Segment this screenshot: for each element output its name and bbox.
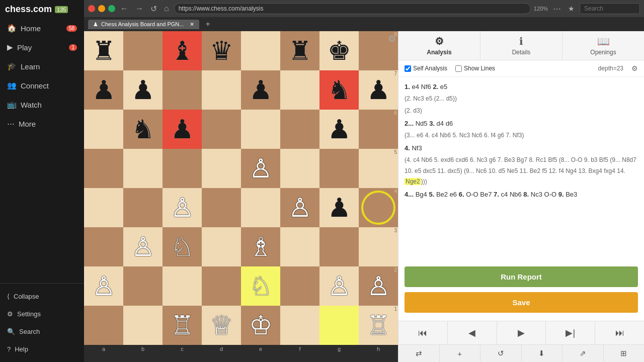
square-a5[interactable] [84,149,123,188]
square-h7[interactable]: ♟7 [359,70,398,110]
square-g1[interactable] [319,306,359,345]
square-g4[interactable]: ♟ [319,188,359,227]
nav-last-button[interactable]: ⏭ [595,321,644,344]
square-d4[interactable] [202,188,241,227]
square-c8[interactable]: ♝ [163,31,202,70]
square-d2[interactable] [202,266,241,306]
square-f4[interactable]: ♙ [280,188,319,227]
tab-details[interactable]: ℹ Details [480,31,562,60]
square-g2[interactable]: ♙ [319,266,359,306]
square-c5[interactable] [163,149,202,188]
square-b4[interactable] [123,188,163,227]
square-g8[interactable]: ♚ [319,31,359,70]
square-a8[interactable]: ♜ [84,31,123,70]
browser-search-input[interactable] [580,3,640,14]
square-d7[interactable] [202,70,241,110]
square-e1[interactable]: ♔ [241,306,280,345]
menu-button[interactable]: ⋯ [553,4,561,14]
sidebar-item-learn[interactable]: 🎓 Learn [0,57,84,76]
flip-board-button[interactable]: ⇄ [398,345,440,362]
square-h6[interactable]: 6 [359,110,398,149]
run-report-button[interactable]: Run Report [405,266,638,287]
tab-analysis[interactable]: ⚙ Analysis [398,31,480,60]
square-f8[interactable]: ♜ [280,31,319,70]
square-b1[interactable] [123,306,163,345]
square-d8[interactable]: ♛ [202,31,241,70]
reset-button[interactable]: ↺ [480,345,522,362]
square-h3[interactable]: 3 [359,227,398,266]
square-a1[interactable] [84,306,123,345]
square-h2[interactable]: ♙2 [359,266,398,306]
window-close-button[interactable] [88,5,95,12]
square-f3[interactable] [280,227,319,266]
square-g3[interactable] [319,227,359,266]
nav-prev-button[interactable]: ◀ [448,321,497,344]
menu-tool-button[interactable]: ⊞ [604,345,645,362]
home-browser-button[interactable]: ⌂ [164,4,169,13]
square-a2[interactable]: ♙ [84,266,123,306]
square-a4[interactable] [84,188,123,227]
browser-tab-analysis[interactable]: ♟ Chess Analysis Board and PGN... ✕ [88,20,199,29]
window-max-button[interactable] [108,5,115,12]
square-c3[interactable]: ♘ [163,227,202,266]
square-b3[interactable]: ♙ [123,227,163,266]
square-h5[interactable]: 5 [359,149,398,188]
show-lines-checkbox-label[interactable]: Show Lines [455,65,495,72]
sidebar-item-watch[interactable]: 📺 Watch [0,95,84,114]
square-e2[interactable]: ♘ [241,266,280,306]
square-d3[interactable] [202,227,241,266]
analysis-settings-icon[interactable]: ⚙ [631,64,638,72]
back-button[interactable]: ← [120,4,128,13]
bookmark-button[interactable]: ★ [568,5,575,13]
square-a3[interactable] [84,227,123,266]
forward-button[interactable]: → [135,4,143,13]
square-f6[interactable] [280,110,319,149]
square-f5[interactable] [280,149,319,188]
sidebar-item-collapse[interactable]: ⟨ Collapse [0,288,84,305]
square-f1[interactable] [280,306,319,345]
square-b5[interactable] [123,149,163,188]
square-e3[interactable]: ♗ [241,227,280,266]
square-c4[interactable]: ♙ [163,188,202,227]
square-c7[interactable] [163,70,202,110]
square-f2[interactable] [280,266,319,306]
square-f7[interactable] [280,70,319,110]
square-b7[interactable]: ♟ [123,70,163,110]
sidebar-item-more[interactable]: ⋯ More [0,114,84,133]
square-e5[interactable]: ♙ [241,149,280,188]
sidebar-item-search[interactable]: 🔍 Search [0,323,84,340]
square-c2[interactable] [163,266,202,306]
square-b2[interactable] [123,266,163,306]
square-a7[interactable]: ♟ [84,70,123,110]
square-g6[interactable]: ♟ [319,110,359,149]
square-e6[interactable] [241,110,280,149]
square-e4[interactable] [241,188,280,227]
sidebar-item-connect[interactable]: 👥 Connect [0,76,84,95]
self-analysis-checkbox-label[interactable]: Self Analysis [405,65,447,72]
refresh-button[interactable]: ↺ [150,4,157,14]
add-button[interactable]: + [440,345,481,362]
save-button[interactable]: Save [405,292,638,313]
square-d6[interactable] [202,110,241,149]
tab-openings[interactable]: 📖 Openings [562,31,644,60]
square-g7[interactable]: ♞ [319,70,359,110]
download-button[interactable]: ⬇ [522,345,563,362]
url-input[interactable] [174,3,531,14]
tab-close-icon[interactable]: ✕ [190,21,194,28]
square-b6[interactable]: ♞ [123,110,163,149]
sidebar-item-home[interactable]: 🏠 Home 58 [0,19,84,38]
moves-container[interactable]: 1. e4 Nf6 2. e5 (2. Nc3 e5 (2... d5)) (2… [398,77,644,258]
share-button[interactable]: ⇗ [562,345,604,362]
square-c6[interactable]: ♟ [163,110,202,149]
board-settings-icon[interactable]: ⚙ [388,33,396,44]
show-lines-checkbox[interactable] [455,65,462,72]
square-e7[interactable]: ♟ [241,70,280,110]
window-min-button[interactable] [98,5,105,12]
sidebar-item-help[interactable]: ? Help [0,340,84,358]
nav-play-button[interactable]: ▶ [497,321,546,344]
sidebar-item-settings[interactable]: ⚙ Settings [0,305,84,323]
square-h4[interactable]: 4 [359,188,398,227]
square-a6[interactable] [84,110,123,149]
square-d1[interactable]: ♕ [202,306,241,345]
square-e8[interactable] [241,31,280,70]
